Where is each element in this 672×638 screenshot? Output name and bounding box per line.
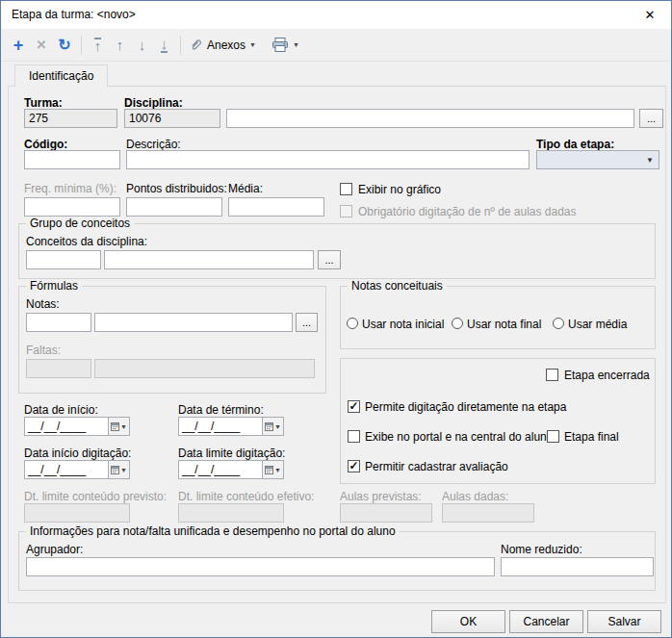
- exibir-grafico-label: Exibir no gráfico: [358, 183, 441, 196]
- data-termino-label: Data de término:: [178, 403, 264, 417]
- move-first-button[interactable]: ↑: [87, 32, 109, 58]
- tab-label: Identificação: [29, 69, 93, 83]
- move-down-button[interactable]: ↓: [131, 32, 153, 58]
- notas-codigo-input[interactable]: [26, 313, 91, 332]
- arrow-up-icon: ↑: [116, 38, 124, 52]
- descricao-input[interactable]: [126, 150, 530, 169]
- conceitos-disciplina-label: Conceitos da disciplina:: [26, 235, 147, 248]
- dropdown-icon: ▼: [274, 423, 281, 430]
- permitir-cadastrar-label: Permitir cadastrar avaliação: [365, 460, 508, 473]
- close-icon: ✕: [645, 8, 656, 22]
- calendar-icon: [265, 466, 273, 474]
- printer-icon: [271, 38, 289, 53]
- data-inicio-digitacao-field[interactable]: __/__/____ ▼: [24, 460, 130, 479]
- titlebar: Etapa da turma: <novo> ✕: [1, 1, 671, 29]
- obrigatorio-aulas-checkbox[interactable]: [340, 205, 352, 217]
- notas-nome-input[interactable]: [94, 313, 293, 332]
- add-button[interactable]: +: [7, 32, 30, 58]
- print-button[interactable]: ▼: [269, 32, 302, 58]
- data-limite-digitacao-calendar-button[interactable]: ▼: [262, 461, 283, 478]
- notas-label: Notas:: [26, 297, 60, 311]
- usar-media-label: Usar média: [568, 318, 627, 331]
- aulas-dadas-label: Aulas dadas:: [442, 490, 508, 503]
- data-termino-value: __/__/____: [179, 418, 262, 435]
- faltas-codigo-input: [26, 359, 91, 378]
- descricao-label: Descrição:: [126, 138, 181, 151]
- delete-icon: ✕: [37, 38, 47, 52]
- check-icon: ✓: [349, 401, 359, 412]
- pontos-input[interactable]: [126, 197, 222, 217]
- dt-limite-efetivo-label: Dt. limite conteúdo efetivo:: [178, 490, 314, 503]
- dropdown-icon: ▼: [293, 41, 299, 48]
- conceitos-codigo-input[interactable]: [26, 250, 101, 269]
- usar-nota-inicial-radio[interactable]: [347, 318, 358, 329]
- agrupador-input[interactable]: [26, 557, 495, 576]
- etapa-encerrada-checkbox[interactable]: [546, 369, 558, 381]
- toolbar-separator: [180, 36, 181, 55]
- paperclip-icon: [189, 38, 203, 52]
- notas-browse-button[interactable]: ...: [296, 313, 318, 332]
- data-limite-digitacao-value: __/__/____: [179, 461, 262, 478]
- data-termino-calendar-button[interactable]: ▼: [262, 418, 283, 435]
- data-inicio-field[interactable]: __/__/____ ▼: [24, 417, 130, 436]
- usar-nota-final-label: Usar nota final: [467, 318, 541, 331]
- codigo-input[interactable]: [24, 150, 120, 169]
- data-inicio-digitacao-value: __/__/____: [25, 461, 108, 478]
- dt-limite-previsto-label: Dt. limite conteúdo previsto:: [24, 490, 167, 503]
- info-portal-title: Informações para nota/falta unificada e …: [26, 524, 400, 538]
- data-termino-field[interactable]: __/__/____ ▼: [178, 417, 284, 436]
- usar-nota-final-radio[interactable]: [452, 318, 463, 329]
- anexos-button[interactable]: Anexos ▼: [186, 32, 259, 58]
- add-icon: +: [13, 37, 24, 54]
- etapa-final-checkbox[interactable]: [547, 430, 559, 443]
- disciplina-nome-input[interactable]: [226, 109, 634, 128]
- close-button[interactable]: ✕: [629, 1, 671, 29]
- etapa-final-label: Etapa final: [564, 430, 619, 444]
- codigo-label: Código:: [24, 138, 67, 151]
- data-inicio-digitacao-label: Data início digitação:: [24, 447, 131, 460]
- disciplina-codigo-input[interactable]: [124, 109, 220, 128]
- tab-identificacao[interactable]: Identificação: [14, 64, 108, 87]
- delete-button[interactable]: ✕: [30, 32, 53, 58]
- permite-digitacao-label: Permite digitação diretamente na etapa: [365, 400, 566, 414]
- data-inicio-calendar-button[interactable]: ▼: [108, 418, 129, 435]
- conceitos-nome-input[interactable]: [104, 250, 314, 269]
- arrow-to-top-icon: ↑: [94, 38, 102, 53]
- arrow-down-icon: ↓: [139, 38, 146, 52]
- disciplina-browse-button[interactable]: ...: [639, 109, 663, 128]
- exibir-grafico-checkbox[interactable]: [340, 183, 352, 195]
- move-last-button[interactable]: ↓: [153, 32, 175, 58]
- salvar-button[interactable]: Salvar: [587, 610, 661, 633]
- etapa-turma-dialog: Etapa da turma: <novo> ✕ + ✕ ↻ ↑ ↑ ↓ ↓: [0, 0, 672, 638]
- tipo-etapa-label: Tipo da etapa:: [536, 138, 614, 151]
- usar-media-radio[interactable]: [553, 318, 564, 329]
- media-input[interactable]: [228, 197, 324, 217]
- freq-minima-input[interactable]: [24, 197, 120, 217]
- tipo-etapa-select[interactable]: ▼: [536, 150, 659, 169]
- move-up-button[interactable]: ↑: [109, 32, 131, 58]
- nome-reduzido-input[interactable]: [501, 557, 654, 576]
- calendar-icon: [111, 466, 119, 474]
- usar-nota-inicial-label: Usar nota inicial: [362, 318, 444, 331]
- turma-input[interactable]: [24, 109, 117, 128]
- data-inicio-value: __/__/____: [25, 418, 108, 435]
- permite-digitacao-checkbox[interactable]: ✓: [348, 400, 360, 413]
- dropdown-icon: ▼: [120, 467, 127, 473]
- dropdown-icon: ▼: [120, 423, 127, 430]
- media-label: Média:: [228, 182, 263, 195]
- ok-button[interactable]: OK: [431, 610, 505, 633]
- obrigatorio-aulas-label: Obrigatório digitação de nº de aulas dad…: [358, 205, 577, 218]
- cancelar-button[interactable]: Cancelar: [509, 610, 583, 633]
- faltas-label: Faltas:: [26, 344, 61, 357]
- freq-minima-label: Freq. mínima (%):: [24, 182, 116, 195]
- conceitos-browse-button[interactable]: ...: [318, 250, 341, 269]
- exibe-portal-checkbox[interactable]: [348, 430, 360, 443]
- formulas-title: Fórmulas: [26, 279, 82, 293]
- window-title: Etapa da turma: <novo>: [12, 8, 136, 21]
- permitir-cadastrar-checkbox[interactable]: ✓: [348, 460, 360, 472]
- data-inicio-digitacao-calendar-button[interactable]: ▼: [108, 461, 129, 478]
- data-limite-digitacao-label: Data limite digitação:: [178, 447, 285, 460]
- aulas-dadas-input: [442, 503, 534, 523]
- data-limite-digitacao-field[interactable]: __/__/____ ▼: [178, 460, 284, 479]
- refresh-button[interactable]: ↻: [53, 32, 76, 58]
